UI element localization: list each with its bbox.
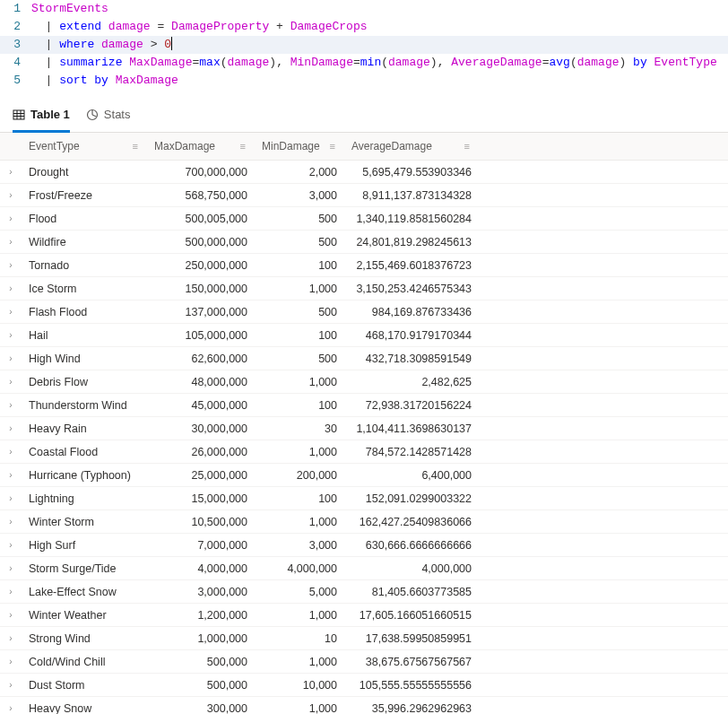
editor-line[interactable]: 2 | extend damage = DamageProperty + Dam… [0,18,728,36]
cell-eventtype: Flash Flood [22,306,147,318]
cell-maxdamage: 500,000,000 [147,236,255,248]
column-header-eventtype[interactable]: EventType ≡ [22,133,147,160]
query-editor[interactable]: 1 StormEvents 2 | extend damage = Damage… [0,0,728,90]
cell-averagedamage: 984,169.876733436 [344,306,479,318]
table-row[interactable]: ›Wildfire500,000,00050024,801,819.298245… [0,231,728,254]
table-row[interactable]: ›Hail105,000,000100468,170.9179170344 [0,324,728,347]
table-row[interactable]: ›Flash Flood137,000,000500984,169.876733… [0,300,728,324]
expand-row-icon[interactable]: › [0,423,22,433]
table-row[interactable]: ›Lake-Effect Snow3,000,0005,00081,405.66… [0,580,728,604]
cell-mindamage: 30 [255,422,344,435]
table-row[interactable]: ›High Wind62,600,000500432,718.309859154… [0,347,728,370]
table-row[interactable]: ›Winter Weather1,200,0001,00017,605.1660… [0,604,728,627]
expand-row-icon[interactable]: › [0,587,22,596]
table-row[interactable]: ›Storm Surge/Tide4,000,0004,000,0004,000… [0,557,728,580]
cell-eventtype: High Wind [22,353,147,365]
column-menu-icon[interactable]: ≡ [461,141,473,152]
column-menu-icon[interactable]: ≡ [129,141,142,152]
expand-column [0,133,22,160]
cell-maxdamage: 500,000 [147,656,255,668]
table-row[interactable]: ›Lightning15,000,000100152,091.029900332… [0,487,728,510]
editor-line[interactable]: 1 StormEvents [0,0,728,18]
table-row[interactable]: ›Hurricane (Typhoon)25,000,000200,0006,4… [0,464,728,487]
column-menu-icon[interactable]: ≡ [237,141,249,152]
cell-maxdamage: 30,000,000 [147,422,255,435]
table-row[interactable]: ›Ice Storm150,000,0001,0003,150,253.4246… [0,277,728,300]
expand-row-icon[interactable]: › [0,353,22,363]
editor-line[interactable]: 5 | sort by MaxDamage [0,72,728,90]
cell-mindamage: 1,000 [255,376,344,388]
table-row[interactable]: ›Heavy Rain30,000,000301,104,411.3698630… [0,417,728,440]
column-menu-icon[interactable]: ≡ [326,141,339,152]
table-row[interactable]: ›Drought700,000,0002,0005,695,479.553903… [0,161,728,184]
cell-mindamage: 1,000 [255,446,344,458]
expand-row-icon[interactable]: › [0,563,22,573]
table-row[interactable]: ›Debris Flow48,000,0001,0002,482,625 [0,370,728,394]
cell-eventtype: Tornado [22,259,147,272]
tab-stats[interactable]: Stats [86,102,131,133]
cell-eventtype: Ice Storm [22,283,147,295]
expand-row-icon[interactable]: › [0,237,22,247]
expand-row-icon[interactable]: › [0,307,22,317]
line-number: 4 [0,54,31,72]
cell-eventtype: High Surf [22,539,147,552]
expand-row-icon[interactable]: › [0,400,22,410]
expand-row-icon[interactable]: › [0,657,22,666]
table-row[interactable]: ›Coastal Flood26,000,0001,000784,572.142… [0,440,728,464]
expand-row-icon[interactable]: › [0,167,22,177]
table-row[interactable]: ›Thunderstorm Wind45,000,00010072,938.31… [0,394,728,417]
expand-row-icon[interactable]: › [0,283,22,293]
cell-maxdamage: 4,000,000 [147,562,255,575]
expand-row-icon[interactable]: › [0,330,22,340]
svg-rect-0 [13,110,24,119]
table-row[interactable]: ›Dust Storm500,00010,000105,555.55555555… [0,674,728,697]
expand-row-icon[interactable]: › [0,190,22,200]
cell-averagedamage: 105,555.55555555556 [344,679,479,692]
cell-averagedamage: 784,572.1428571428 [344,446,479,458]
cell-maxdamage: 1,200,000 [147,609,255,622]
cell-mindamage: 3,000 [255,189,344,202]
expand-row-icon[interactable]: › [0,213,22,223]
table-row[interactable]: ›Flood500,005,0005001,340,119.8581560284 [0,207,728,231]
expand-row-icon[interactable]: › [0,493,22,503]
table-row[interactable]: ›Heavy Snow300,0001,00035,996.2962962963 [0,697,728,714]
expand-row-icon[interactable]: › [0,447,22,457]
expand-row-icon[interactable]: › [0,540,22,550]
stats-icon [86,109,99,121]
expand-row-icon[interactable]: › [0,610,22,620]
expand-row-icon[interactable]: › [0,517,22,527]
cell-maxdamage: 48,000,000 [147,376,255,388]
table-row[interactable]: ›Tornado250,000,0001002,155,469.60183767… [0,254,728,277]
cell-maxdamage: 10,500,000 [147,516,255,528]
expand-row-icon[interactable]: › [0,633,22,643]
column-header-mindamage[interactable]: MinDamage ≡ [255,133,344,160]
table-row[interactable]: ›Cold/Wind Chill500,0001,00038,675.67567… [0,650,728,674]
table-row[interactable]: ›Winter Storm10,500,0001,000162,427.2540… [0,510,728,534]
table-row[interactable]: ›Frost/Freeze568,750,0003,0008,911,137.8… [0,184,728,207]
cell-averagedamage: 2,155,469.6018376723 [344,259,479,272]
cell-maxdamage: 1,000,000 [147,632,255,645]
cell-mindamage: 1,000 [255,283,344,295]
expand-row-icon[interactable]: › [0,680,22,690]
editor-line-active[interactable]: 3 | where damage > 0 [0,36,728,54]
cell-maxdamage: 3,000,000 [147,586,255,598]
cell-eventtype: Cold/Wind Chill [22,656,147,668]
tab-table[interactable]: Table 1 [13,102,70,133]
cell-eventtype: Dust Storm [22,679,147,692]
cell-averagedamage: 81,405.6603773585 [344,586,479,598]
cell-averagedamage: 24,801,819.298245613 [344,236,479,248]
cell-averagedamage: 5,695,479.553903346 [344,166,479,178]
column-header-maxdamage[interactable]: MaxDamage ≡ [147,133,255,160]
expand-row-icon[interactable]: › [0,703,22,713]
cell-mindamage: 3,000 [255,539,344,552]
expand-row-icon[interactable]: › [0,377,22,387]
expand-row-icon[interactable]: › [0,260,22,270]
editor-line[interactable]: 4 | summarize MaxDamage=max(damage), Min… [0,54,728,72]
cell-averagedamage: 1,104,411.3698630137 [344,422,479,435]
table-row[interactable]: ›Strong Wind1,000,0001017,638.5995085995… [0,627,728,650]
table-icon [13,109,25,121]
table-row[interactable]: ›High Surf7,000,0003,000630,666.66666666… [0,534,728,557]
expand-row-icon[interactable]: › [0,470,22,480]
column-header-averagedamage[interactable]: AverageDamage ≡ [344,133,479,160]
cell-averagedamage: 2,482,625 [344,376,479,388]
